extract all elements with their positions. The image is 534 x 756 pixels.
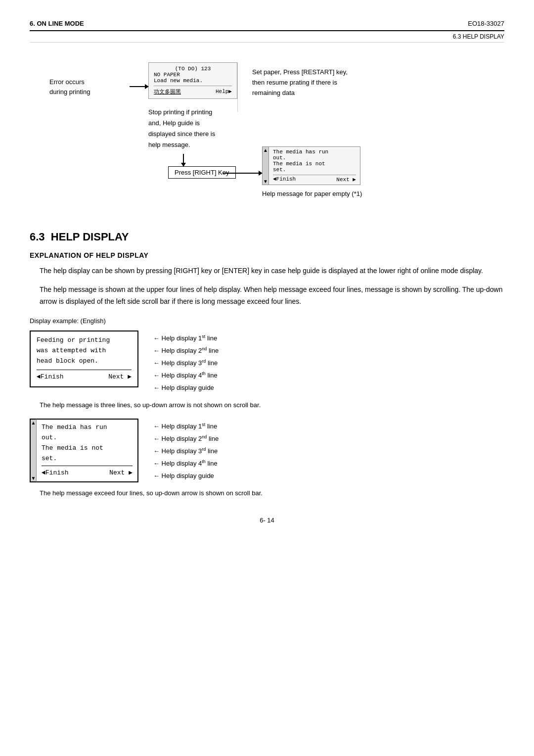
display-example-label: Display example: (English) — [30, 317, 504, 325]
help-line-4: ← Help display 4th line — [153, 370, 219, 382]
example2-scroll-up: ▲ — [31, 420, 36, 425]
set-paper-text: Set paper, Press [RESTART] key, then res… — [252, 67, 366, 98]
arrow-error-to-display — [130, 86, 148, 87]
help-panel-line3: The media is not — [273, 161, 356, 167]
page-footer: 6- 14 — [30, 517, 504, 524]
help-display-area: ▲ ▼ The media has run out. The media is … — [262, 146, 360, 185]
scroll-down-arrow: ▼ — [263, 179, 268, 184]
example1-next: Next ▶ — [108, 372, 132, 382]
help-finish: ◄Finish — [273, 176, 296, 183]
para1: The help display can be shown by pressin… — [30, 265, 504, 277]
help2-line-guide: ← Help display guide — [153, 470, 219, 482]
example2-scroll-down: ▼ — [31, 475, 36, 481]
example2-display-wrap: ▲ ▼ The media has run out. The media is … — [30, 419, 138, 482]
display-help: Help▶ — [216, 88, 232, 95]
example1-help-lines: ← Help display 1st line ← Help display 2… — [153, 332, 219, 394]
page-number: 6- 14 — [260, 517, 274, 524]
example2-scroll-bar: ▲ ▼ — [30, 419, 37, 482]
help-line-2: ← Help display 2nd line — [153, 345, 219, 357]
sub-header: 6.3 HELP DISPLAY — [30, 33, 504, 43]
error-label: Error occurs during printing — [49, 77, 90, 96]
section-title: 6.3 HELP DISPLAY — [30, 231, 504, 243]
scroll-bar: ▲ ▼ — [262, 146, 269, 185]
example2-next: Next ▶ — [109, 468, 133, 478]
example2-line4: set. — [42, 454, 133, 464]
divider-line — [237, 62, 238, 112]
section-number: 6.3 — [30, 231, 45, 243]
help2-line-3: ← Help display 3rd line — [153, 445, 219, 458]
example1-line3: head block open. — [37, 356, 132, 367]
section-title-block: 6.3 HELP DISPLAY — [30, 231, 504, 243]
arrow-to-help-panel — [222, 173, 262, 174]
subsection-title: EXPLANATION OF HELP DISPLAY — [30, 251, 504, 259]
example2-finish: ◄Finish — [42, 468, 69, 478]
example1-caption: The help message is three lines, so up-d… — [30, 401, 504, 409]
display-panel: (TO DO) 123 NO PAPER Load new media. 功文多… — [148, 62, 237, 99]
scroll-up-arrow: ▲ — [263, 147, 268, 153]
example1-footer: ◄Finish Next ▶ — [37, 370, 132, 382]
section-heading: HELP DISPLAY — [51, 231, 129, 243]
help-panel-line2: out. — [273, 155, 356, 161]
help-panel-footer: ◄Finish Next ▶ — [273, 175, 356, 183]
example1-line2: was attempted with — [37, 346, 132, 356]
help-panel-line4: set. — [273, 167, 356, 173]
example2-line2: out. — [42, 433, 133, 443]
help-line-3: ← Help display 3rd line — [153, 357, 219, 370]
example2-help-lines: ← Help display 1st line ← Help display 2… — [153, 421, 219, 482]
example2-display: The media has run out. The media is not … — [37, 419, 138, 482]
example2-caption: The help message exceed four lines, so u… — [30, 489, 504, 497]
example2: ▲ ▼ The media has run out. The media is … — [30, 419, 504, 482]
display-top: (TO DO) 123 — [154, 66, 232, 72]
subsection-title-block: EXPLANATION OF HELP DISPLAY — [30, 251, 504, 259]
example2-scroll-wrap: ▲ ▼ The media has run out. The media is … — [30, 419, 138, 482]
display-bottom: 功文多圆黑 Help▶ — [154, 86, 232, 95]
display-icons: 功文多圆黑 — [154, 88, 181, 95]
help2-line-1: ← Help display 1st line — [153, 421, 219, 433]
help-line-1: ← Help display 1st line — [153, 332, 219, 345]
example1-display: Feeding or printing was attempted with h… — [30, 331, 138, 387]
example1: Feeding or printing was attempted with h… — [30, 331, 504, 394]
example2-footer: ◄Finish Next ▶ — [42, 466, 133, 478]
help2-line-2: ← Help display 2nd line — [153, 433, 219, 445]
help-line-guide: ← Help display guide — [153, 382, 219, 394]
diagram-section: Error occurs during printing (TO DO) 123… — [30, 52, 504, 211]
stop-print-text: Stop printing if printing and, Help guid… — [148, 107, 237, 150]
help-next: Next ▶ — [336, 176, 356, 183]
help-panel: The media has run out. The media is not … — [269, 146, 360, 185]
page-header: 6. ON LINE MODE EO18-33027 — [30, 20, 504, 31]
example1-line1: Feeding or printing — [37, 335, 132, 346]
help-panel-line1: The media has run — [273, 149, 356, 155]
help-caption: Help message for paper empty (*1) — [262, 190, 362, 197]
arrow-down — [183, 154, 184, 166]
header-doc-number: EO18-33027 — [468, 20, 504, 27]
example2-line1: The media has run — [42, 423, 133, 433]
display-msg: NO PAPER Load new media. — [154, 72, 232, 84]
example1-display-wrap: Feeding or printing was attempted with h… — [30, 331, 138, 387]
example2-line3: The media is not — [42, 443, 133, 454]
para2: The help message is shown at the upper f… — [30, 284, 504, 308]
header-section: 6. ON LINE MODE — [30, 20, 84, 27]
example1-finish: ◄Finish — [37, 372, 64, 382]
help2-line-4: ← Help display 4th line — [153, 458, 219, 470]
